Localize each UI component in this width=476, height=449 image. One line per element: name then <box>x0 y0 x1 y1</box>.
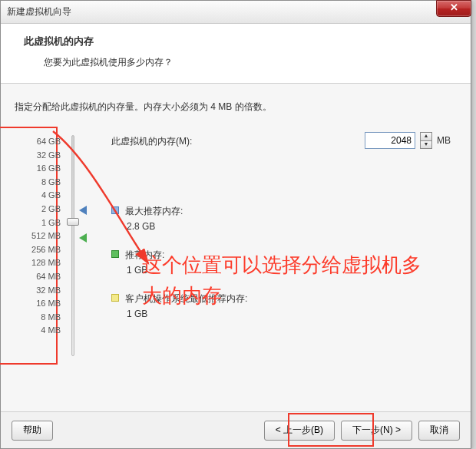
scale-tick: 16 GB <box>37 163 61 173</box>
slider-track <box>71 135 74 356</box>
memory-input[interactable] <box>365 132 415 149</box>
spinner-down-icon[interactable]: ▼ <box>420 140 432 149</box>
square-yellow-icon <box>111 294 119 302</box>
scale-tick: 4 GB <box>41 190 61 200</box>
header-pane: 此虚拟机的内存 您要为此虚拟机使用多少内存？ <box>1 24 471 84</box>
memory-input-group: ▲ ▼ MB <box>365 132 451 149</box>
scale-tick: 32 MB <box>36 286 61 295</box>
rec-min-label: 客户机操作系统最低推荐内存: <box>125 292 247 305</box>
rec-max: 最大推荐内存: 2.8 GB <box>111 205 457 232</box>
square-green-icon <box>111 250 119 258</box>
scale-tick: 32 GB <box>37 150 61 160</box>
scale-labels: 64 GB 32 GB 16 GB 8 GB 4 GB 2 GB 1 GB 51… <box>15 135 61 335</box>
info-column: 此虚拟机的内存(M): ▲ ▼ MB 最大推荐内存: <box>111 135 457 336</box>
scale-tick: 4 MB <box>41 325 61 335</box>
spinner-up-icon[interactable]: ▲ <box>420 132 432 140</box>
scale-tick: 8 MB <box>41 312 61 322</box>
rec-max-label: 最大推荐内存: <box>125 205 183 218</box>
help-button[interactable]: 帮助 <box>12 421 53 441</box>
scale-tick: 1 GB <box>41 218 61 227</box>
rec-label: 推荐内存: <box>125 249 164 262</box>
wizard-window: 新建虚拟机向导 ✕ 此虚拟机的内存 您要为此虚拟机使用多少内存？ 指定分配给此虚… <box>0 0 471 449</box>
rec-value: 1 GB <box>127 265 457 276</box>
next-button[interactable]: 下一步(N) > <box>341 421 412 441</box>
instruction-text: 指定分配给此虚拟机的内存量。内存大小必须为 4 MB 的倍数。 <box>15 101 457 114</box>
scale-tick: 16 MB <box>36 299 61 308</box>
rec-max-value: 2.8 GB <box>127 221 457 232</box>
scale-tick: 8 GB <box>41 177 61 187</box>
rec-recommended: 推荐内存: 1 GB <box>111 249 457 276</box>
slider-thumb[interactable] <box>67 218 79 226</box>
window-shadow <box>471 1 474 448</box>
memory-spinner[interactable]: ▲ ▼ <box>420 132 432 149</box>
scale-tick: 128 MB <box>31 258 61 267</box>
scale-tick: 64 MB <box>36 272 61 281</box>
close-icon: ✕ <box>450 2 458 13</box>
close-button[interactable]: ✕ <box>436 0 471 17</box>
page-subtitle: 您要为此虚拟机使用多少内存？ <box>24 56 461 69</box>
scale-tick: 512 MB <box>31 231 61 240</box>
titlebar: 新建虚拟机向导 ✕ <box>1 1 471 24</box>
scale-tick: 2 GB <box>41 204 61 213</box>
page-title: 此虚拟机的内存 <box>24 35 461 48</box>
memory-slider[interactable] <box>65 135 104 356</box>
memory-area: 64 GB 32 GB 16 GB 8 GB 4 GB 2 GB 1 GB 51… <box>15 135 457 356</box>
memory-label: 此虚拟机的内存(M): <box>111 135 192 148</box>
window-title: 新建虚拟机向导 <box>7 5 71 18</box>
footer: 帮助 < 上一步(B) 下一步(N) > 取消 <box>1 411 471 448</box>
body-pane: 指定分配给此虚拟机的内存量。内存大小必须为 4 MB 的倍数。 64 GB 32… <box>1 84 471 416</box>
scale-tick: 256 MB <box>31 245 61 254</box>
memory-unit: MB <box>437 135 451 146</box>
back-button[interactable]: < 上一步(B) <box>264 421 335 441</box>
marker-rec-icon <box>79 233 87 244</box>
cancel-button[interactable]: 取消 <box>418 421 460 441</box>
square-blue-icon <box>111 206 119 214</box>
scale-tick: 64 GB <box>37 137 61 146</box>
rec-min: 客户机操作系统最低推荐内存: 1 GB <box>111 292 457 319</box>
rec-min-value: 1 GB <box>127 309 457 319</box>
marker-max-icon <box>79 206 87 216</box>
